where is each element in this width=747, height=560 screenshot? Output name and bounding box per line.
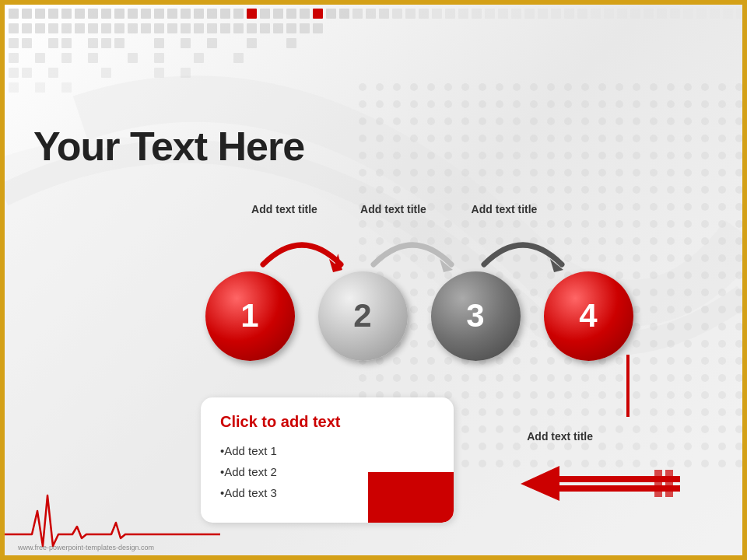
svg-rect-62 <box>61 23 72 33</box>
svg-rect-101 <box>233 53 244 63</box>
svg-rect-92 <box>247 38 257 48</box>
svg-rect-7 <box>75 9 85 19</box>
svg-rect-46 <box>591 9 601 19</box>
svg-rect-76 <box>247 23 257 33</box>
svg-rect-106 <box>154 68 164 78</box>
svg-rect-100 <box>194 53 204 63</box>
svg-rect-33 <box>419 9 429 19</box>
svg-rect-72 <box>194 23 204 33</box>
svg-rect-91 <box>207 38 217 48</box>
svg-rect-99 <box>154 53 164 63</box>
svg-marker-114 <box>521 466 559 501</box>
text-box-items[interactable]: •Add text 1 •Add text 2 •Add text 3 <box>220 440 434 503</box>
svg-rect-8 <box>88 9 98 19</box>
ball-2: 2 <box>318 271 408 361</box>
website-label: www.free-powerpoint-templates-design.com <box>18 544 154 551</box>
step-labels-row: Add text title Add text title Add text t… <box>232 203 559 215</box>
text-box-item-1[interactable]: •Add text 1 <box>220 440 434 461</box>
vertical-connector <box>626 355 630 417</box>
svg-rect-102 <box>9 68 19 78</box>
svg-rect-95 <box>35 53 45 63</box>
text-box[interactable]: Click to add text •Add text 1 •Add text … <box>201 397 454 523</box>
step-label-1[interactable]: Add text title <box>232 203 337 215</box>
svg-rect-53 <box>683 9 693 19</box>
top-pixel-pattern <box>2 2 747 103</box>
svg-rect-22 <box>273 9 283 19</box>
ball-3-container[interactable]: 3 <box>425 265 526 366</box>
svg-rect-78 <box>273 23 283 33</box>
svg-rect-107 <box>181 68 191 78</box>
svg-rect-81 <box>313 23 323 33</box>
svg-rect-16 <box>194 9 204 19</box>
svg-rect-98 <box>128 53 138 63</box>
text-box-item-3[interactable]: •Add text 3 <box>220 482 434 503</box>
svg-rect-68 <box>141 23 151 33</box>
ball-1: 1 <box>205 271 295 361</box>
svg-rect-39 <box>498 9 508 19</box>
svg-rect-93 <box>286 38 296 48</box>
svg-rect-69 <box>154 23 164 33</box>
svg-rect-26 <box>326 9 336 19</box>
svg-rect-19 <box>233 9 244 19</box>
svg-rect-4 <box>35 9 45 19</box>
ball-1-container[interactable]: 1 <box>199 265 300 366</box>
svg-rect-83 <box>22 38 32 48</box>
balls-row: 1 2 3 4 <box>199 265 639 366</box>
ball-2-container[interactable]: 2 <box>312 265 413 366</box>
step-label-3[interactable]: Add text title <box>450 203 559 215</box>
svg-rect-45 <box>577 9 587 19</box>
svg-rect-70 <box>167 23 177 33</box>
slide: Your Text Here Add text title Add text t… <box>0 0 747 560</box>
svg-rect-37 <box>472 9 482 19</box>
svg-rect-10 <box>114 9 124 19</box>
svg-rect-103 <box>22 68 32 78</box>
ball-4-container[interactable]: 4 <box>538 265 639 366</box>
svg-rect-52 <box>670 9 680 19</box>
svg-rect-17 <box>207 9 217 19</box>
svg-rect-73 <box>207 23 217 33</box>
svg-rect-90 <box>181 38 191 48</box>
svg-rect-51 <box>657 9 667 19</box>
svg-rect-2 <box>9 9 19 19</box>
svg-rect-61 <box>48 23 58 33</box>
svg-rect-108 <box>9 82 19 93</box>
svg-rect-15 <box>181 9 191 19</box>
svg-rect-60 <box>35 23 45 33</box>
svg-rect-104 <box>48 68 58 78</box>
svg-rect-41 <box>524 9 535 19</box>
svg-rect-86 <box>88 38 98 48</box>
svg-rect-28 <box>352 9 363 19</box>
svg-rect-18 <box>220 9 230 19</box>
svg-rect-21 <box>260 9 270 19</box>
svg-rect-85 <box>61 38 72 48</box>
svg-rect-71 <box>181 23 191 33</box>
bottom-arrow <box>521 462 684 505</box>
svg-rect-116 <box>665 470 673 497</box>
svg-rect-36 <box>458 9 468 19</box>
step-label-4[interactable]: Add text title <box>527 430 593 443</box>
svg-rect-6 <box>61 9 72 19</box>
svg-rect-14 <box>167 9 177 19</box>
svg-rect-12 <box>141 9 151 19</box>
svg-rect-5 <box>48 9 58 19</box>
svg-rect-9 <box>101 9 111 19</box>
svg-rect-77 <box>260 23 270 33</box>
svg-rect-35 <box>445 9 455 19</box>
ball-4: 4 <box>544 271 633 361</box>
svg-rect-84 <box>48 38 58 48</box>
ball-3: 3 <box>431 271 521 361</box>
svg-rect-82 <box>9 38 19 48</box>
svg-rect-109 <box>35 82 45 93</box>
step-label-2[interactable]: Add text title <box>337 203 450 215</box>
text-box-title[interactable]: Click to add text <box>220 413 434 431</box>
svg-rect-115 <box>654 470 662 497</box>
svg-rect-97 <box>88 53 98 63</box>
svg-rect-31 <box>392 9 402 19</box>
svg-rect-23 <box>286 9 296 19</box>
svg-rect-59 <box>22 23 32 33</box>
svg-rect-43 <box>551 9 561 19</box>
text-box-item-2[interactable]: •Add text 2 <box>220 461 434 482</box>
svg-rect-57 <box>736 9 746 19</box>
svg-rect-75 <box>233 23 244 33</box>
svg-rect-38 <box>485 9 495 19</box>
